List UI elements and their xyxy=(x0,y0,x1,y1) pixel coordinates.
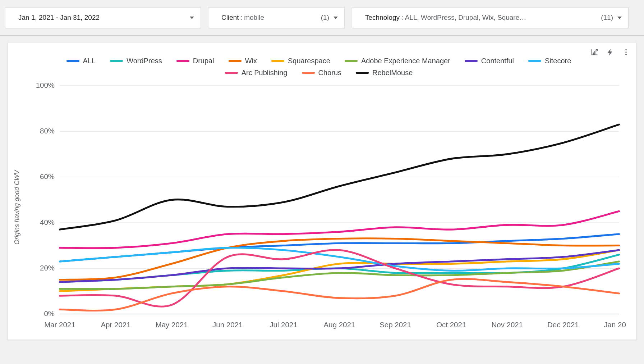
legend-item[interactable]: ALL xyxy=(66,57,96,65)
line-chart: 0%20%40%60%80%100%Mar 2021Apr 2021May 20… xyxy=(23,82,626,332)
legend-item[interactable]: Adobe Experience Manager xyxy=(345,57,450,65)
legend-label: WordPress xyxy=(126,57,162,65)
legend-label: Adobe Experience Manager xyxy=(361,57,450,65)
legend-label: RebelMouse xyxy=(372,69,413,77)
legend-item[interactable]: Squarespace xyxy=(271,57,330,65)
date-range-value: Jan 1, 2021 - Jan 31, 2022 xyxy=(18,14,100,22)
chevron-down-icon xyxy=(334,17,338,19)
svg-text:May 2021: May 2021 xyxy=(156,320,188,329)
legend-swatch xyxy=(302,72,315,74)
svg-text:20%: 20% xyxy=(40,264,55,272)
svg-text:Jun 2021: Jun 2021 xyxy=(212,320,243,329)
technology-filter-value: ALL, WordPress, Drupal, Wix, Square… xyxy=(405,14,526,22)
svg-text:40%: 40% xyxy=(40,218,55,226)
legend-item[interactable]: Arc Publishing xyxy=(225,69,288,77)
legend-swatch xyxy=(176,60,189,62)
legend-item[interactable]: Contentful xyxy=(465,57,514,65)
legend-label: ALL xyxy=(83,57,96,65)
legend-swatch xyxy=(66,60,79,62)
svg-text:60%: 60% xyxy=(40,172,55,181)
legend-swatch xyxy=(528,60,541,62)
lightning-icon[interactable] xyxy=(606,48,614,58)
client-filter[interactable]: Client: mobile (1) xyxy=(208,7,345,28)
technology-filter[interactable]: Technology: ALL, WordPress, Drupal, Wix,… xyxy=(352,7,629,28)
legend-item[interactable]: RebelMouse xyxy=(356,69,413,77)
legend-item[interactable]: WordPress xyxy=(110,57,162,65)
legend-swatch xyxy=(345,60,358,62)
svg-text:Sep 2021: Sep 2021 xyxy=(380,320,411,329)
legend-item[interactable]: Drupal xyxy=(176,57,214,65)
filter-bar: Jan 1, 2021 - Jan 31, 2022 Client: mobil… xyxy=(0,0,644,36)
chart-card: ALLWordPressDrupalWixSquarespaceAdobe Ex… xyxy=(7,43,637,340)
svg-text:Oct 2021: Oct 2021 xyxy=(436,320,466,329)
chart-config-icon[interactable] xyxy=(590,48,598,58)
chart-legend: ALLWordPressDrupalWixSquarespaceAdobe Ex… xyxy=(11,47,626,82)
legend-swatch xyxy=(225,72,238,74)
date-range-filter[interactable]: Jan 1, 2021 - Jan 31, 2022 xyxy=(5,7,201,28)
svg-point-2 xyxy=(625,51,627,53)
legend-item[interactable]: Sitecore xyxy=(528,57,571,65)
legend-swatch xyxy=(229,60,242,62)
legend-label: Drupal xyxy=(193,57,214,65)
svg-text:Dec 2021: Dec 2021 xyxy=(547,320,579,329)
client-filter-value: mobile xyxy=(244,14,264,22)
legend-label: Arc Publishing xyxy=(242,69,288,77)
svg-text:80%: 80% xyxy=(40,127,55,135)
technology-filter-label: Technology xyxy=(365,14,400,22)
svg-point-3 xyxy=(625,54,627,55)
legend-label: Squarespace xyxy=(288,57,330,65)
legend-label: Chorus xyxy=(318,69,341,77)
legend-label: Contentful xyxy=(481,57,514,65)
svg-text:Aug 2021: Aug 2021 xyxy=(324,320,355,329)
chevron-down-icon xyxy=(190,17,194,19)
svg-text:Jan 2022: Jan 2022 xyxy=(604,320,626,329)
y-axis-title: Origins having good CWV xyxy=(11,170,23,245)
client-filter-label: Client xyxy=(221,14,239,22)
legend-swatch xyxy=(465,60,478,62)
chevron-down-icon xyxy=(617,17,622,19)
legend-item[interactable]: Chorus xyxy=(302,69,341,77)
svg-text:0%: 0% xyxy=(44,309,55,318)
legend-swatch xyxy=(110,60,123,62)
svg-text:Jul 2021: Jul 2021 xyxy=(270,320,297,329)
svg-text:Nov 2021: Nov 2021 xyxy=(491,320,523,329)
svg-point-1 xyxy=(625,49,627,51)
legend-swatch xyxy=(271,60,284,62)
legend-item[interactable]: Wix xyxy=(229,57,257,65)
svg-text:Apr 2021: Apr 2021 xyxy=(101,320,130,329)
more-options-icon[interactable] xyxy=(622,48,630,58)
svg-text:100%: 100% xyxy=(36,82,55,89)
client-filter-count: (1) xyxy=(312,14,329,22)
svg-text:Mar 2021: Mar 2021 xyxy=(44,320,75,329)
technology-filter-count: (11) xyxy=(592,14,613,22)
legend-swatch xyxy=(356,72,369,74)
card-toolbar xyxy=(590,48,630,58)
legend-label: Sitecore xyxy=(545,57,571,65)
legend-label: Wix xyxy=(245,57,257,65)
chart-plot: 0%20%40%60%80%100%Mar 2021Apr 2021May 20… xyxy=(23,82,626,332)
